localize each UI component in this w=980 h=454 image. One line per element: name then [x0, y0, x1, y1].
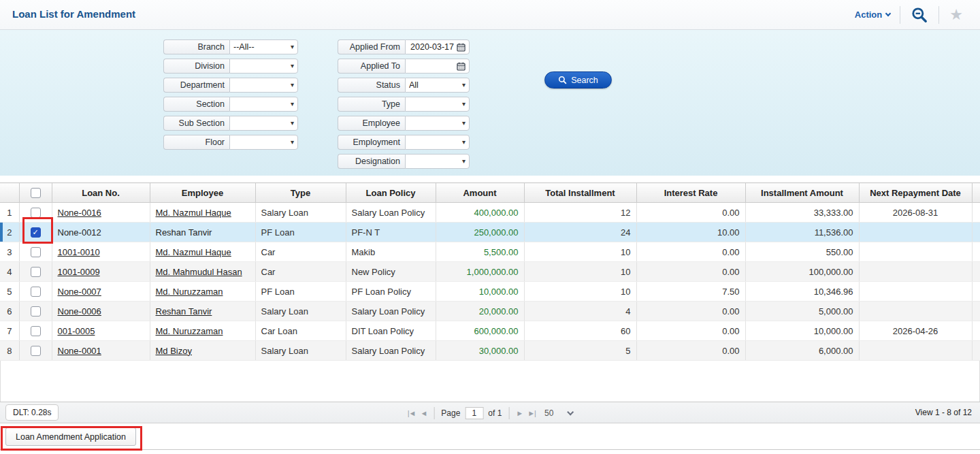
loan-no-link[interactable]: None-0006: [58, 306, 101, 317]
date-input[interactable]: 2020-03-17: [405, 39, 470, 54]
loan-no-cell: None-0006: [52, 302, 150, 321]
employee-cell: Md. Mahmudul Hasan: [150, 262, 255, 282]
employee-link[interactable]: Md. Nazmul Haque: [156, 208, 231, 218]
employee-link[interactable]: Md. Nuruzzaman: [156, 287, 223, 297]
row-checkbox[interactable]: ✓: [31, 227, 41, 238]
table-row[interactable]: 7001-0005Md. NuruzzamanCar LoanDIT Loan …: [0, 321, 980, 341]
amount-cell: 400,000.00: [436, 203, 524, 223]
table-row[interactable]: 41001-0009Md. Mahmudul HasanCarNew Polic…: [0, 262, 980, 282]
select-input[interactable]: ▾: [405, 97, 470, 112]
filter-label: Section: [163, 97, 229, 112]
column-header-next-repayment-date[interactable]: Next Repayment Date: [859, 183, 972, 203]
table-row[interactable]: 1None-0016Md. Nazmul HaqueSalary LoanSal…: [0, 203, 980, 223]
filter-employee: Employee▾: [338, 116, 470, 131]
prev-page-button[interactable]: ◄: [420, 409, 427, 417]
next-repayment-date-cell: [859, 282, 972, 302]
chevron-down-icon: ▾: [291, 63, 294, 69]
chevron-down-icon[interactable]: [567, 409, 574, 416]
filter-label: Branch: [163, 39, 229, 54]
row-checkbox[interactable]: [31, 326, 41, 336]
amount-cell: 5,500.00: [436, 242, 524, 262]
page-size-select[interactable]: 50: [544, 408, 553, 418]
table-row[interactable]: 8None-0001Md BizoySalary LoanSalary Loan…: [0, 341, 980, 361]
select-input[interactable]: ▾: [405, 116, 470, 131]
next-page-button[interactable]: ►: [516, 409, 523, 417]
loan-no-link[interactable]: None-0001: [58, 346, 101, 356]
date-input[interactable]: [405, 59, 470, 74]
search-button[interactable]: Search: [544, 71, 612, 88]
select-input[interactable]: All▾: [405, 78, 470, 93]
loan-policy-cell: DIT Loan Policy: [346, 321, 436, 341]
page-number-input[interactable]: 1: [465, 407, 483, 419]
loan-no-link[interactable]: 1001-0010: [58, 247, 100, 257]
column-header-amount[interactable]: Amount: [436, 183, 524, 203]
loan-no-link[interactable]: 1001-0009: [58, 267, 100, 277]
chevron-down-icon: [885, 11, 891, 16]
column-header-type[interactable]: Type: [255, 183, 346, 203]
employee-link[interactable]: Md. Nazmul Haque: [156, 247, 231, 257]
select-input[interactable]: ▾: [229, 135, 298, 150]
select-all-checkbox[interactable]: [31, 188, 41, 198]
row-checkbox-cell: [19, 302, 52, 321]
column-header-employee[interactable]: Employee: [150, 183, 255, 203]
load-time-badge: DLT: 0.28s: [5, 404, 59, 421]
loan-no-cell: None-0007: [52, 282, 150, 302]
select-input[interactable]: ▾: [229, 59, 298, 74]
loan-type-cell: Car Loan: [255, 321, 346, 341]
table-header: Loan No.EmployeeTypeLoan PolicyAmountTot…: [0, 183, 980, 203]
select-input[interactable]: ▾: [229, 78, 298, 93]
employee-link[interactable]: Md Bizoy: [156, 346, 192, 356]
row-checkbox[interactable]: [31, 267, 41, 277]
row-checkbox[interactable]: [31, 208, 41, 218]
total-installment-cell: 60: [524, 321, 636, 341]
next-repayment-date-cell: [859, 262, 972, 282]
pager-controls: |◄ ◄ Page 1 of 1 ► ►| 50: [408, 402, 573, 423]
row-checkbox[interactable]: [31, 346, 41, 356]
filter-section: Section▾: [163, 97, 298, 112]
table-row[interactable]: 6None-0006Reshan TanvirSalary LoanSalary…: [0, 302, 980, 321]
table-row[interactable]: 31001-0010Md. Nazmul HaqueCarMakib5,500.…: [0, 242, 980, 262]
select-input[interactable]: --All--▾: [229, 39, 298, 54]
filter-label: Floor: [163, 135, 229, 150]
interest-rate-cell: 0.00: [636, 321, 745, 341]
field-value: All: [409, 80, 419, 90]
column-header-loan-policy[interactable]: Loan Policy: [346, 183, 436, 203]
calendar-icon[interactable]: [457, 43, 466, 52]
calendar-icon[interactable]: [457, 62, 466, 71]
favorite-button[interactable]: ★: [939, 7, 973, 22]
column-header-loan-no-[interactable]: Loan No.: [52, 183, 150, 203]
select-input[interactable]: ▾: [229, 97, 298, 112]
row-checkbox[interactable]: [31, 306, 41, 317]
employee-link[interactable]: Md. Mahmudul Hasan: [156, 267, 242, 277]
loan-no-link[interactable]: None-0016: [58, 208, 101, 218]
column-header-installment-amount[interactable]: Installment Amount: [745, 183, 859, 203]
select-input[interactable]: ▾: [405, 154, 470, 169]
loan-no-link[interactable]: 001-0005: [58, 326, 95, 336]
select-input[interactable]: ▾: [229, 116, 298, 131]
collapse-search-button[interactable]: [900, 6, 938, 24]
filler-header: [972, 183, 980, 203]
table-row[interactable]: 5None-0007Md. NuruzzamanPF LoanPF Loan P…: [0, 282, 980, 302]
select-input[interactable]: ▾: [405, 135, 470, 150]
row-checkbox[interactable]: [31, 247, 41, 257]
chevron-down-icon: ▾: [291, 101, 294, 108]
employee-link[interactable]: Reshan Tanvir: [156, 227, 212, 238]
last-page-button[interactable]: ►|: [527, 409, 536, 417]
loan-policy-cell: Salary Loan Policy: [346, 302, 436, 321]
next-repayment-date-cell: [859, 223, 972, 242]
column-header-interest-rate[interactable]: Interest Rate: [636, 183, 745, 203]
next-repayment-date-cell: [859, 302, 972, 321]
row-number: 5: [0, 282, 19, 302]
employee-link[interactable]: Reshan Tanvir: [156, 306, 212, 317]
column-header-total-installment[interactable]: Total Installment: [524, 183, 636, 203]
loan-no-link[interactable]: None-0007: [58, 287, 101, 297]
loan-amendment-application-button[interactable]: Loan Amendment Application: [5, 427, 136, 446]
loan-no-link[interactable]: None-0012: [58, 227, 101, 238]
employee-link[interactable]: Md. Nuruzzaman: [156, 326, 223, 336]
interest-rate-cell: 7.50: [636, 282, 745, 302]
action-menu-button[interactable]: Action: [845, 10, 900, 20]
table-row[interactable]: 2✓None-0012Reshan TanvirPF LoanPF-N T250…: [0, 223, 980, 242]
first-page-button[interactable]: |◄: [408, 409, 416, 417]
employee-cell: Md Bizoy: [150, 341, 255, 361]
row-checkbox[interactable]: [31, 287, 41, 297]
